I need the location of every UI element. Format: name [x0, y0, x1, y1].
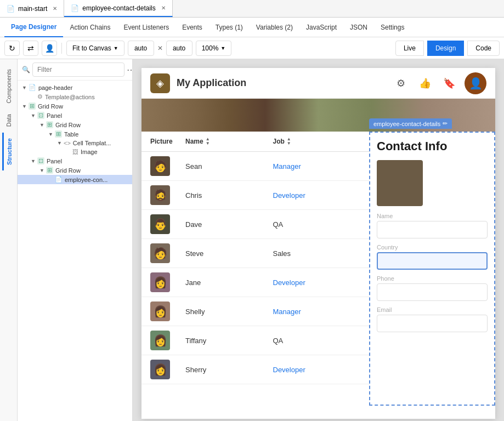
tree-item-grid-row-1[interactable]: ▼ ⊞ Grid Row — [18, 101, 132, 111]
contact-field-name: Name — [377, 213, 488, 238]
col-header-name[interactable]: Name ▲▼ — [185, 137, 273, 146]
tab-employee-contact-details[interactable]: 📄 employee-contact-details ✕ — [64, 0, 172, 17]
sidebar-tab-components[interactable]: Components — [3, 64, 14, 109]
fit-chevron-icon: ▼ — [114, 45, 118, 51]
grid-row-icon-2: ⊞ — [46, 121, 53, 128]
fit-to-canvas-button[interactable]: Fit to Canvas ▼ — [66, 41, 124, 56]
width-input[interactable] — [128, 41, 154, 56]
tree-arrow-grid2: ▼ — [39, 122, 45, 128]
nav-javascript[interactable]: JavaScript — [299, 18, 343, 37]
main-start-label: main-start — [18, 5, 47, 13]
nav-event-listeners[interactable]: Event Listeners — [117, 18, 175, 37]
contact-field-country: Country — [377, 244, 488, 270]
phone-field-label: Phone — [377, 275, 488, 282]
header-thumbs-button[interactable]: 👍 — [416, 75, 434, 92]
refresh-button[interactable]: ↻ — [4, 41, 20, 56]
tree-item-image[interactable]: 🖼 Image — [18, 147, 132, 156]
country-field-label: Country — [377, 244, 488, 251]
canvas-frame: ◈ My Application ⚙ 👍 🔖 👤 — [141, 68, 495, 419]
tree-item-table[interactable]: ▼ ⊞ Table — [18, 129, 132, 139]
contact-info-title: Contact Info — [377, 139, 488, 153]
name-field-input[interactable] — [377, 221, 488, 238]
employee-tab-label: employee-contact-details — [82, 4, 155, 12]
sidebar-tab-data[interactable]: Data — [3, 109, 14, 132]
swap-icon: ⇄ — [27, 44, 34, 53]
main-start-close[interactable]: ✕ — [53, 5, 57, 12]
tree-item-employee-contact[interactable]: 📄 employee-con... — [18, 175, 132, 184]
tree-label-grid-row-1: Grid Row — [38, 103, 63, 110]
edit-badge-icon[interactable]: ✏ — [443, 120, 448, 127]
tree-arrow-table: ▼ — [48, 132, 54, 137]
tree-arrow-cell: ▼ — [57, 140, 63, 146]
table-row[interactable]: 🧑 Steve Sales — [141, 239, 369, 268]
tree-arrow-page-header: ▼ — [22, 85, 27, 90]
height-input[interactable] — [166, 41, 192, 56]
tree-item-grid-row-3[interactable]: ▼ ⊞ Grid Row — [18, 166, 132, 175]
user-button[interactable]: 👤 — [42, 41, 57, 56]
zoom-chevron-icon: ▼ — [220, 45, 225, 51]
country-field-input[interactable] — [377, 252, 488, 270]
gear-icon: ⚙ — [397, 77, 405, 89]
panel-icon-2: ⊡ — [37, 157, 44, 164]
tree-arrow-grid1: ▼ — [22, 104, 27, 109]
tree-item-panel-1[interactable]: ▼ ⊡ Panel — [18, 111, 132, 120]
tab-main-start[interactable]: 📄 main-start ✕ — [0, 0, 64, 17]
nav-settings[interactable]: Settings — [374, 18, 411, 37]
tree-item-panel-2[interactable]: ▼ ⊡ Panel — [18, 156, 132, 166]
table-row[interactable]: 👩 Tiffany QA — [141, 326, 369, 355]
nav-json[interactable]: JSON — [343, 18, 374, 37]
search-icon: 🔍 — [22, 66, 30, 73]
table-row[interactable]: 👩 Jane Developer — [141, 268, 369, 297]
tree-item-page-header[interactable]: ▼ 📄 page-header — [18, 83, 132, 92]
nav-types[interactable]: Types (1) — [209, 18, 250, 37]
table-row[interactable]: 🧑 Sean Manager — [141, 152, 369, 181]
sidebar-tab-structure[interactable]: Structure — [2, 133, 15, 170]
app-logo: ◈ — [150, 73, 170, 93]
tree-arrow-grid3: ▼ — [39, 168, 45, 173]
nav-action-chains[interactable]: Action Chains — [63, 18, 117, 37]
contact-photo — [377, 160, 423, 206]
nav-page-designer[interactable]: Page Designer — [4, 18, 63, 37]
code-button[interactable]: Code — [467, 41, 500, 56]
email-field-label: Email — [377, 306, 488, 313]
tree-item-template-actions[interactable]: ⚙ Template@actions — [18, 92, 132, 101]
dimension-separator: ✕ — [157, 44, 163, 52]
tree-label-employee-contact: employee-con... — [65, 177, 107, 183]
name-sort-icon: ▲▼ — [206, 137, 210, 146]
user-avatar-button[interactable]: 👤 — [465, 72, 486, 94]
table-row[interactable]: 🧔 Chris Developer — [141, 181, 369, 210]
table-row[interactable]: 👩 Shelly Manager — [141, 297, 369, 326]
tree-item-grid-row-2[interactable]: ▼ ⊞ Grid Row — [18, 120, 132, 129]
app-title: My Application — [177, 77, 246, 89]
avatar-icon: 👤 — [469, 77, 483, 90]
tree-label-grid-row-2: Grid Row — [55, 122, 81, 128]
page-header-icon: 📄 — [29, 84, 36, 91]
employee-tab-icon: 📄 — [71, 4, 79, 12]
contact-field-email: Email — [377, 306, 488, 332]
main-start-icon: 📄 — [7, 5, 15, 13]
tree-item-cell-template[interactable]: ▼ <> Cell Templat... — [18, 139, 132, 147]
bookmark-icon: 🔖 — [443, 77, 455, 89]
tree-label-image: Image — [81, 149, 98, 155]
col-header-job[interactable]: Job ▲▼ — [273, 137, 361, 146]
email-field-input[interactable] — [377, 315, 488, 332]
tree-label-template: Template@actions — [45, 94, 95, 100]
swap-button[interactable]: ⇄ — [23, 41, 38, 56]
employee-tab-close[interactable]: ✕ — [161, 5, 166, 11]
filter-input[interactable] — [32, 62, 124, 77]
header-bookmark-button[interactable]: 🔖 — [440, 75, 458, 92]
table-row[interactable]: 👩 Sherry Developer — [141, 355, 369, 384]
zoom-label: 100% — [202, 44, 219, 52]
zoom-button[interactable]: 100% ▼ — [196, 41, 232, 56]
live-button[interactable]: Live — [395, 41, 424, 56]
contact-field-phone: Phone — [377, 275, 488, 301]
phone-field-input[interactable] — [377, 283, 488, 301]
table-row[interactable]: 👨 Dave QA — [141, 210, 369, 239]
header-gear-button[interactable]: ⚙ — [392, 75, 410, 92]
cell-template-icon: <> — [64, 140, 71, 146]
nav-variables[interactable]: Variables (2) — [250, 18, 299, 37]
tree-arrow-panel2: ▼ — [31, 158, 36, 164]
nav-events[interactable]: Events — [175, 18, 209, 37]
contact-detail-panel: employee-contact-details ✏ Contact Info … — [369, 132, 495, 406]
design-button[interactable]: Design — [427, 41, 464, 56]
